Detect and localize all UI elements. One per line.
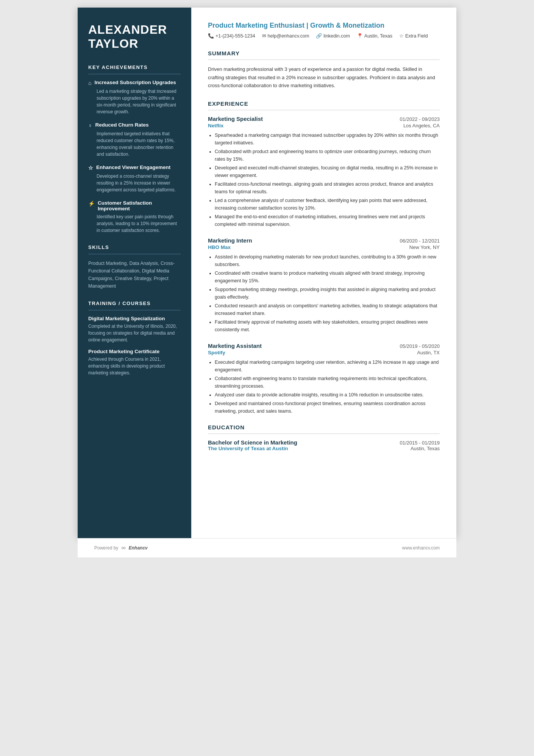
summary-text: Driven marketing professional with 3 yea… (208, 65, 440, 89)
candidate-name: ALEXANDER TAYLOR (88, 23, 181, 51)
job-1-bullet-1: Spearheaded a marketing campaign that in… (215, 131, 440, 147)
achievement-2-desc: Implemented targeted initiatives that re… (88, 130, 181, 158)
achievement-1-title: Increased Subscription Upgrades (94, 80, 176, 85)
job-1-bullets: Spearheaded a marketing campaign that in… (208, 131, 440, 228)
job-3-bullet-3: Analyzed user data to provide actionable… (215, 391, 440, 399)
location-icon: 📍 (357, 33, 363, 39)
job-1-bullet-4: Facilitated cross-functional meetings, a… (215, 180, 440, 196)
job-2-bullet-1: Assisted in developing marketing materia… (215, 253, 440, 268)
achievement-2-title: Reduced Churn Rates (95, 122, 149, 128)
job-2: Marketing Intern 06/2020 - 12/2021 HBO M… (208, 237, 440, 333)
achievement-3-desc: Developed a cross-channel strategy resul… (88, 173, 181, 193)
achievement-2: ♀ Reduced Churn Rates Implemented target… (88, 122, 181, 158)
education-divider (208, 434, 440, 434)
resume-page: ALEXANDER TAYLOR KEY ACHIEVEMENTS ⌂ Incr… (78, 8, 456, 557)
job-1-bullet-3: Developed and executed multi-channel str… (215, 164, 440, 179)
footer-powered: Powered by ∞ Enhancv (94, 545, 148, 551)
achievements-section-title: KEY ACHIEVEMENTS (88, 64, 181, 70)
linkedin-text: linkedin.com (323, 33, 350, 39)
training-1-desc: Completed at the University of Illinois,… (88, 323, 181, 343)
skills-divider (88, 254, 181, 254)
linkedin-icon: 🔗 (316, 33, 322, 39)
job-1: Marketing Specialist 01/2022 - 09/2023 N… (208, 116, 440, 228)
achievement-4: ⚡ Customer Satisfaction Improvement Iden… (88, 200, 181, 234)
summary-divider (208, 59, 440, 60)
headline: Product Marketing Enthusiast | Growth & … (208, 21, 440, 30)
job-3-bullet-2: Collaborated with engineering teams to t… (215, 375, 440, 390)
achievement-1: ⌂ Increased Subscription Upgrades Led a … (88, 80, 181, 115)
achievement-4-icon: ⚡ (88, 200, 95, 207)
achievement-3-title: Enhanced Viewer Engagement (96, 164, 170, 170)
experience-title: EXPERIENCE (208, 100, 440, 107)
job-1-location: Los Angeles, CA (403, 123, 440, 128)
job-3-bullet-1: Executed digital marketing campaigns tar… (215, 358, 440, 374)
job-2-company: HBO Max (208, 244, 231, 250)
main-content: Product Marketing Enthusiast | Growth & … (191, 8, 456, 538)
job-2-bullet-2: Coordinated with creative teams to produ… (215, 269, 440, 285)
job-3-title: Marketing Assistant (208, 343, 262, 349)
job-1-dates: 01/2022 - 09/2023 (400, 116, 440, 122)
extra-contact: ☆ Extra Field (399, 33, 428, 39)
job-1-bullet-2: Collaborated with product and engineerin… (215, 148, 440, 163)
enhancv-brand: Enhancv (129, 545, 148, 551)
job-3-company: Spotify (208, 350, 225, 355)
location-text: Austin, Texas (364, 33, 392, 39)
job-1-company: Netflix (208, 123, 223, 128)
extra-icon: ☆ (399, 33, 404, 39)
achievement-3-icon: ☆ (88, 165, 93, 171)
achievement-1-desc: Led a marketing strategy that increased … (88, 88, 181, 115)
achievement-2-icon: ♀ (88, 122, 92, 128)
job-1-bullet-5: Led a comprehensive analysis of customer… (215, 197, 440, 212)
job-1-title: Marketing Specialist (208, 116, 263, 122)
job-2-bullet-3: Supported marketing strategy meetings, p… (215, 286, 440, 301)
enhancv-infinity-icon: ∞ (121, 545, 125, 551)
job-2-title: Marketing Intern (208, 237, 252, 244)
job-3-bullets: Executed digital marketing campaigns tar… (208, 358, 440, 415)
skills-text: Product Marketing, Data Analysis, Cross-… (88, 260, 181, 290)
achievement-4-desc: Identified key user pain points through … (88, 213, 181, 234)
training-1-title: Digital Marketing Specialization (88, 316, 181, 321)
location-contact: 📍 Austin, Texas (357, 33, 392, 39)
achievement-3: ☆ Enhanced Viewer Engagement Developed a… (88, 164, 181, 193)
edu-1-school: The University of Texas at Austin (208, 446, 288, 451)
job-2-bullets: Assisted in developing marketing materia… (208, 253, 440, 333)
training-section-title: TRAINING / COURSES (88, 301, 181, 306)
training-2: Product Marketing Certificate Achieved t… (88, 349, 181, 376)
job-3-dates: 05/2019 - 05/2020 (400, 343, 440, 349)
edu-1-degree: Bachelor of Science in Marketing (208, 439, 297, 446)
edu-1-location: Austin, Texas (411, 446, 440, 451)
experience-divider (208, 110, 440, 110)
job-1-bullet-6: Managed the end-to-end execution of mark… (215, 213, 440, 228)
powered-by-label: Powered by (94, 545, 118, 551)
job-3: Marketing Assistant 05/2019 - 05/2020 Sp… (208, 343, 440, 415)
email-contact: ✉ help@enhancv.com (262, 33, 309, 39)
edu-1: Bachelor of Science in Marketing 01/2015… (208, 439, 440, 451)
skills-section-title: SKILLS (88, 244, 181, 250)
phone-contact: 📞 +1-(234)-555-1234 (208, 33, 255, 39)
phone-icon: 📞 (208, 33, 214, 39)
edu-1-dates: 01/2015 - 01/2019 (400, 440, 440, 446)
job-2-bullet-5: Facilitated timely approval of marketing… (215, 318, 440, 333)
achievement-1-icon: ⌂ (88, 80, 91, 86)
training-2-desc: Achieved through Coursera in 2021, enhan… (88, 356, 181, 376)
resume-container: ALEXANDER TAYLOR KEY ACHIEVEMENTS ⌂ Incr… (78, 8, 456, 538)
footer-url: www.enhancv.com (402, 545, 440, 551)
job-2-dates: 06/2020 - 12/2021 (400, 238, 440, 244)
education-title: EDUCATION (208, 424, 440, 430)
job-3-bullet-4: Developed and maintained cross-functiona… (215, 400, 440, 415)
phone-text: +1-(234)-555-1234 (215, 33, 255, 39)
job-2-location: New York, NY (409, 244, 440, 250)
achievement-4-title: Customer Satisfaction Improvement (98, 200, 181, 211)
extra-text: Extra Field (405, 33, 428, 39)
page-footer: Powered by ∞ Enhancv www.enhancv.com (78, 538, 456, 557)
training-1: Digital Marketing Specialization Complet… (88, 316, 181, 343)
training-divider (88, 310, 181, 310)
training-2-title: Product Marketing Certificate (88, 349, 181, 354)
summary-title: SUMMARY (208, 50, 440, 56)
job-3-location: Austin, TX (417, 350, 440, 355)
sidebar: ALEXANDER TAYLOR KEY ACHIEVEMENTS ⌂ Incr… (78, 8, 191, 538)
linkedin-contact: 🔗 linkedin.com (316, 33, 350, 39)
email-text: help@enhancv.com (268, 33, 309, 39)
job-2-bullet-4: Conducted research and analysis on compe… (215, 302, 440, 317)
achievements-divider (88, 74, 181, 74)
